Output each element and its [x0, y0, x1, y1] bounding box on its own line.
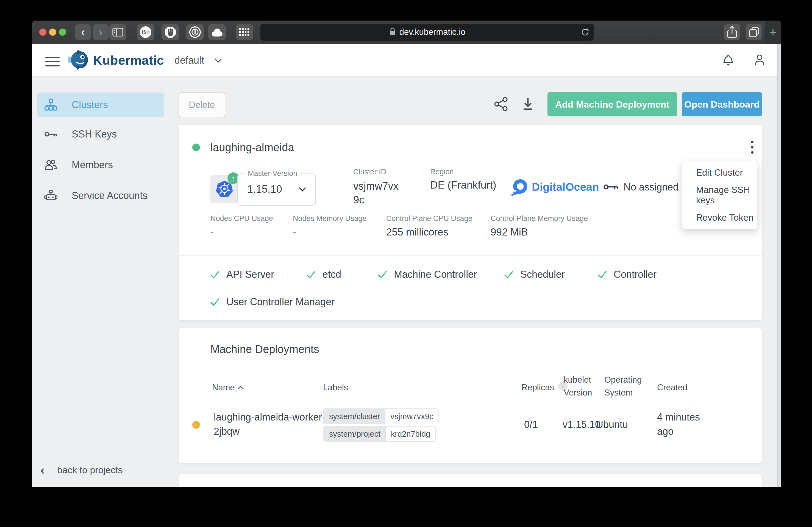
browser-sidebar-toggle-button[interactable] [109, 24, 126, 40]
extension-adblock-button[interactable] [161, 24, 179, 40]
back-to-projects-link[interactable]: ‹ back to projects [40, 457, 122, 482]
user-icon [752, 63, 767, 68]
back-link-label: back to projects [57, 465, 122, 476]
label-key: system/project [323, 426, 386, 441]
project-selector[interactable]: default [174, 55, 221, 66]
extension-onepassword-button[interactable] [186, 24, 204, 40]
back-icon: ‹ [81, 24, 85, 40]
user-menu-button[interactable] [752, 53, 767, 68]
cluster-id-label: Cluster ID [353, 168, 386, 176]
check-icon [377, 269, 388, 280]
sort-asc-icon [238, 386, 244, 392]
cluster-actions-menu-button[interactable] [744, 137, 760, 157]
stat-label: Control Plane CPU Usage [386, 214, 473, 223]
extension-cloud-button[interactable] [208, 24, 226, 40]
column-header-operating-system: Operating System [604, 373, 650, 399]
share-icon [727, 26, 738, 39]
chevron-down-icon [215, 56, 221, 63]
operating-system-value: Ubuntu [596, 419, 628, 431]
provider-name: DigitalOcean [532, 181, 599, 193]
close-window-button[interactable] [39, 29, 46, 36]
stat-value: - [293, 226, 296, 238]
cluster-status-dot [192, 144, 200, 151]
plus-icon: + [769, 25, 777, 40]
minimize-window-button[interactable] [49, 29, 56, 36]
label-chip: system/project krq2n7bldg [323, 426, 436, 442]
health-check: Controller [597, 269, 656, 280]
arrow-up-icon: ↑ [231, 174, 235, 182]
column-header-kubelet-version: kubelet Version [564, 373, 601, 399]
url-text: dev.kubermatic.io [400, 27, 466, 37]
browser-back-button[interactable]: ‹ [75, 24, 91, 40]
column-header-name[interactable]: Name [212, 382, 243, 392]
card-divider [178, 255, 762, 256]
reload-icon[interactable] [581, 28, 590, 37]
kubermatic-app: Kubermatic default [32, 44, 781, 487]
sidebar-item-service-accounts[interactable]: Service Accounts [37, 183, 164, 208]
extension-bplus-button[interactable]: B+ [137, 24, 154, 40]
browser-share-button[interactable] [724, 24, 740, 40]
menu-item-revoke-token[interactable]: Revoke Token [682, 207, 757, 229]
open-dashboard-button[interactable]: Open Dashboard [682, 92, 762, 116]
master-version-select[interactable]: Master Version 1.15.10 [237, 174, 316, 206]
health-check: User Controller Manager [209, 296, 335, 308]
stat-label: Nodes CPU Usage [211, 214, 273, 223]
hamburger-menu-button[interactable] [45, 54, 60, 69]
lock-icon [389, 28, 396, 37]
health-check: API Server [209, 269, 274, 280]
chevron-left-icon: ‹ [40, 464, 44, 476]
cluster-id-value: vsjmw7vx9c [353, 179, 404, 207]
address-bar[interactable]: dev.kubermatic.io [260, 24, 594, 41]
replicas-value: 0/1 [524, 419, 538, 431]
browser-chrome: ‹ › B+ [32, 20, 781, 44]
stat-label: Nodes Memory Usage [293, 214, 367, 223]
machine-deployments-card: Machine Deployments Name Labels Replicas… [178, 328, 762, 463]
machine-deployment-status-dot [192, 421, 200, 429]
key-icon [603, 182, 619, 192]
menu-item-manage-ssh-keys[interactable]: Manage SSH keys [682, 184, 757, 207]
new-tab-button[interactable]: + [765, 20, 781, 44]
sidebar-item-label: Clusters [72, 99, 108, 110]
sidebar-item-clusters[interactable]: Clusters [37, 92, 164, 117]
sidebar-item-label: Members [72, 159, 113, 171]
column-header-labels: Labels [323, 382, 348, 392]
bplus-extension-icon: B+ [140, 26, 151, 38]
next-section-card [178, 474, 762, 487]
digitalocean-logo-icon [511, 179, 528, 197]
page-scrollbar[interactable] [777, 44, 781, 487]
extension-grid-button[interactable] [236, 24, 253, 40]
region-value: DE (Frankfurt) [430, 179, 496, 191]
created-value: 4 minutes ago [657, 410, 707, 439]
health-check: Scheduler [503, 269, 565, 280]
cluster-actions-menu: Edit Cluster Manage SSH keys Revoke Toke… [682, 161, 757, 229]
sidebar-item-ssh-keys[interactable]: SSH Keys [37, 122, 164, 147]
add-machine-deployment-button[interactable]: Add Machine Deployment [548, 92, 677, 116]
check-icon [597, 269, 608, 280]
sidebar-item-label: Service Accounts [72, 190, 147, 201]
check-icon [305, 269, 317, 280]
label-value: krq2n7bldg [386, 426, 435, 441]
delete-button[interactable]: Delete [178, 92, 225, 117]
share-cluster-button[interactable] [494, 96, 508, 113]
zoom-window-button[interactable] [59, 29, 66, 36]
browser-window: ‹ › B+ [32, 20, 781, 487]
notifications-button[interactable] [721, 53, 735, 68]
table-header-divider [178, 402, 762, 402]
project-name: default [174, 55, 204, 66]
desktop: ‹ › B+ [0, 0, 812, 527]
browser-forward-button[interactable]: › [92, 24, 108, 40]
label-value: vsjmw7vx9c [386, 409, 438, 424]
download-kubeconfig-button[interactable] [521, 96, 535, 113]
check-icon [209, 269, 220, 280]
onepassword-icon [189, 26, 201, 38]
cluster-card: laughing-almeida [178, 125, 762, 320]
hand-octagon-icon [164, 26, 176, 38]
browser-tabs-button[interactable] [746, 24, 762, 40]
kubermatic-logo [67, 49, 89, 72]
sidebar-item-members[interactable]: Members [37, 153, 164, 177]
kebab-icon [751, 141, 754, 143]
brand-title: Kubermatic [93, 53, 164, 68]
check-icon [209, 297, 220, 307]
check-icon [503, 269, 514, 280]
menu-item-edit-cluster[interactable]: Edit Cluster [682, 161, 757, 184]
